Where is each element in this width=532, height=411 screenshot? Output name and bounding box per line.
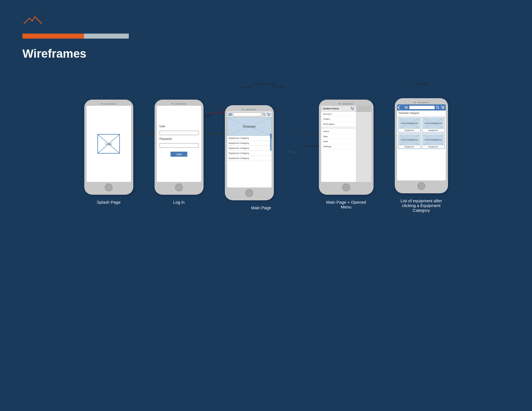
equip-name-1: Equipment: [405, 129, 414, 131]
logo-icon: [22, 14, 45, 28]
main-page-label: Main Page: [251, 205, 271, 210]
equip-pic-text-4: Picture of Equipment: [425, 139, 442, 141]
main-toolbar: [227, 111, 272, 118]
wireframe-main-menu: Student Name Account Orders Rent Again H…: [319, 100, 374, 209]
dropdown-header: Category: [270, 134, 272, 138]
showcase-label: Showcase: [243, 125, 256, 128]
login-button[interactable]: Login: [171, 152, 187, 157]
category-item-1[interactable]: Equipment Category: [227, 136, 272, 141]
wireframes-row: Logo Splash Page User Password: [0, 77, 532, 218]
back-icon[interactable]: [397, 105, 401, 109]
svg-point-17: [442, 108, 442, 109]
equip-pic-text-3: Picture of Equipment: [401, 139, 418, 141]
login-content: User Password Login: [157, 106, 201, 182]
svg-line-7: [265, 115, 265, 116]
search-icon[interactable]: [262, 113, 266, 116]
expands-line: [296, 150, 305, 156]
equip-name-4: Equipment: [428, 145, 438, 148]
screen-menu: Student Name Account Orders Rent Again H…: [321, 106, 371, 182]
user-input[interactable]: [160, 131, 199, 135]
category-item-5[interactable]: Equipment Category: [227, 156, 272, 161]
menu-screen-content: Student Name Account Orders Rent Again H…: [321, 106, 371, 182]
equip-pic-1: Picture of Equipment: [399, 118, 420, 129]
cart-icon[interactable]: [267, 113, 270, 116]
showcase-area: Showcase: [227, 118, 272, 136]
menu-home[interactable]: Home: [321, 129, 356, 134]
equip-card-1[interactable]: Picture of Equipment Equipment: [398, 117, 421, 132]
menu-map[interactable]: Map: [321, 134, 356, 139]
svg-line-1: [98, 135, 119, 153]
category-item-3[interactable]: Equipment Category: [227, 146, 272, 151]
phone-top-bar-login: [157, 103, 201, 105]
svg-point-14: [353, 109, 353, 110]
menu-icon[interactable]: [228, 113, 232, 116]
svg-point-15: [436, 106, 438, 108]
camera-dot-5: [414, 102, 416, 103]
equipment-label: List of equipment after clicking a Equip…: [399, 198, 444, 213]
equip-search[interactable]: [409, 106, 435, 109]
logo-text: Logo: [105, 142, 112, 145]
equip-name-3: Equipment: [405, 145, 414, 148]
dropdown-sony[interactable]: Sony: [270, 142, 272, 146]
phone-splash: Logo: [84, 100, 133, 195]
menu-rent-again[interactable]: Rent Again: [321, 122, 356, 127]
menu-orders[interactable]: Orders: [321, 117, 356, 122]
speaker-bar-2: [175, 103, 186, 105]
equip-card-3[interactable]: Picture of Equipment Equipment: [398, 133, 421, 149]
category-item-4[interactable]: Equipment Category: [227, 151, 272, 156]
arrow-line-3: [300, 133, 317, 134]
cart-icon-menu[interactable]: [350, 107, 354, 110]
progress-filled: [22, 34, 84, 39]
dropdown-all[interactable]: All: [270, 138, 272, 142]
menu-header: Student Name: [321, 106, 356, 112]
arrow-line-1: [136, 133, 152, 134]
camera-dot-2: [172, 103, 173, 105]
camera-dot-3: [242, 109, 244, 110]
progress-empty: [84, 34, 129, 39]
svg-point-8: [268, 115, 268, 116]
toolbar-annotation: Toolbar: [204, 114, 212, 116]
menu-line-3: [228, 115, 232, 116]
menu-account[interactable]: Account: [321, 112, 356, 117]
phone-login: User Password Login: [155, 100, 204, 195]
speaker-bar-3: [245, 109, 256, 110]
menu-line-1: [228, 113, 232, 114]
phone-top-bar-menu: [321, 103, 371, 105]
menu-help[interactable]: Help: [321, 139, 356, 144]
screen-login: User Password Login: [157, 106, 201, 182]
equip-card-2[interactable]: Picture of Equipment Equipment: [422, 117, 445, 132]
menu-right-area: [356, 106, 371, 182]
equip-menu-icon[interactable]: [405, 106, 408, 109]
svg-point-13: [352, 109, 352, 110]
page-title: Wireframes: [22, 47, 510, 60]
search-bar[interactable]: [233, 112, 262, 116]
menu-separator: [321, 127, 356, 129]
category-item-2[interactable]: Equipment Category: [227, 141, 272, 146]
svg-point-9: [269, 115, 269, 116]
login-label: Log in: [173, 200, 185, 205]
svg-line-2: [98, 135, 119, 153]
splash-logo-box: Logo: [97, 134, 120, 154]
selected-category-label: Selected Category: [397, 111, 446, 116]
equip-cart-icon[interactable]: [441, 106, 445, 109]
dropdown-canon[interactable]: Canon: [270, 146, 272, 150]
search-expand-annotation: Expands Search bar: [253, 83, 275, 86]
speaker-bar-4: [342, 103, 353, 105]
home-btn-login: [175, 184, 183, 191]
home-btn-menu: [342, 184, 350, 191]
svg-line-16: [438, 108, 439, 109]
password-input[interactable]: [160, 143, 199, 148]
equip-card-4[interactable]: Picture of Equipment Equipment: [422, 133, 445, 149]
phone-top-bar-equip: [397, 102, 446, 103]
equipment-grid: Picture of Equipment Equipment Picture o…: [397, 116, 446, 150]
screen-splash: Logo: [87, 106, 131, 182]
menu-settings[interactable]: Settings: [321, 144, 356, 149]
menu-sidebar: Student Name Account Orders Rent Again H…: [321, 106, 356, 182]
arrow-line-4: [376, 133, 393, 134]
equip-name-2: Equipment: [428, 129, 438, 131]
phone-top-bar-splash: [87, 103, 131, 105]
arrow-1: [133, 133, 155, 134]
camera-dot-4: [339, 103, 340, 105]
equip-pic-3: Picture of Equipment: [399, 135, 420, 145]
equip-search-icon[interactable]: [436, 106, 439, 109]
